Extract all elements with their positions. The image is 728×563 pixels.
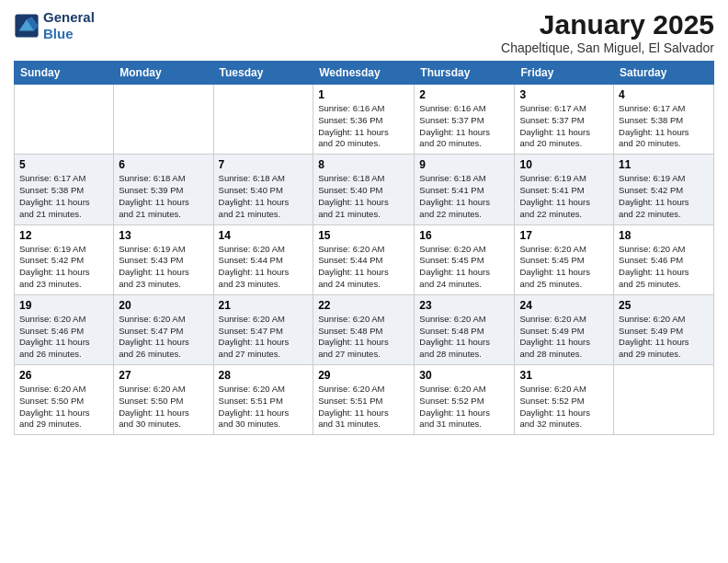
header-thursday: Thursday [415,62,515,85]
calendar-cell: 16Sunrise: 6:20 AM Sunset: 5:45 PM Dayli… [415,224,515,294]
calendar-cell: 26Sunrise: 6:20 AM Sunset: 5:50 PM Dayli… [15,365,114,435]
calendar-cell: 15Sunrise: 6:20 AM Sunset: 5:44 PM Dayli… [313,224,415,294]
day-info: Sunrise: 6:20 AM Sunset: 5:44 PM Dayligh… [219,244,309,291]
calendar-cell [614,365,714,435]
title-block: January 2025 Chapeltique, San Miguel, El… [501,9,714,55]
calendar-week-1: 1Sunrise: 6:16 AM Sunset: 5:36 PM Daylig… [15,85,714,155]
calendar-cell: 6Sunrise: 6:18 AM Sunset: 5:39 PM Daylig… [114,155,213,224]
day-info: Sunrise: 6:20 AM Sunset: 5:50 PM Dayligh… [119,384,208,431]
calendar-cell: 29Sunrise: 6:20 AM Sunset: 5:51 PM Dayli… [313,365,415,435]
calendar-cell: 7Sunrise: 6:18 AM Sunset: 5:40 PM Daylig… [213,155,313,224]
day-info: Sunrise: 6:20 AM Sunset: 5:45 PM Dayligh… [419,244,509,291]
day-number: 16 [419,229,509,242]
calendar-cell: 24Sunrise: 6:20 AM Sunset: 5:49 PM Dayli… [515,294,614,364]
calendar-cell: 2Sunrise: 6:16 AM Sunset: 5:37 PM Daylig… [415,85,515,155]
calendar-cell: 19Sunrise: 6:20 AM Sunset: 5:46 PM Dayli… [15,294,114,364]
day-info: Sunrise: 6:20 AM Sunset: 5:48 PM Dayligh… [318,314,409,361]
day-number: 11 [619,158,709,171]
calendar-cell: 4Sunrise: 6:17 AM Sunset: 5:38 PM Daylig… [614,85,714,155]
day-number: 4 [619,88,709,101]
calendar-cell: 17Sunrise: 6:20 AM Sunset: 5:45 PM Dayli… [515,224,614,294]
day-number: 7 [219,158,309,171]
calendar-cell: 10Sunrise: 6:19 AM Sunset: 5:41 PM Dayli… [515,155,614,224]
logo-icon [14,13,40,39]
header-sunday: Sunday [15,62,114,85]
calendar-cell: 25Sunrise: 6:20 AM Sunset: 5:49 PM Dayli… [614,294,714,364]
header-friday: Friday [515,62,614,85]
day-number: 22 [318,299,409,312]
calendar-cell: 20Sunrise: 6:20 AM Sunset: 5:47 PM Dayli… [114,294,213,364]
day-info: Sunrise: 6:20 AM Sunset: 5:52 PM Dayligh… [419,384,509,431]
day-number: 20 [119,299,208,312]
day-number: 2 [419,88,509,101]
calendar-cell: 28Sunrise: 6:20 AM Sunset: 5:51 PM Dayli… [213,365,313,435]
logo-blue: Blue [43,26,95,42]
day-info: Sunrise: 6:19 AM Sunset: 5:43 PM Dayligh… [119,244,208,291]
day-info: Sunrise: 6:18 AM Sunset: 5:39 PM Dayligh… [119,173,208,220]
header-tuesday: Tuesday [213,62,313,85]
calendar-cell: 31Sunrise: 6:20 AM Sunset: 5:52 PM Dayli… [515,365,614,435]
day-number: 28 [219,369,309,382]
calendar-week-4: 19Sunrise: 6:20 AM Sunset: 5:46 PM Dayli… [15,294,714,364]
day-info: Sunrise: 6:20 AM Sunset: 5:49 PM Dayligh… [519,314,609,361]
calendar-cell: 21Sunrise: 6:20 AM Sunset: 5:47 PM Dayli… [213,294,313,364]
calendar-cell: 1Sunrise: 6:16 AM Sunset: 5:36 PM Daylig… [313,85,415,155]
month-title: January 2025 [501,9,714,40]
calendar-cell [213,85,313,155]
calendar-cell: 27Sunrise: 6:20 AM Sunset: 5:50 PM Dayli… [114,365,213,435]
logo-text: General Blue [43,9,95,42]
day-info: Sunrise: 6:17 AM Sunset: 5:38 PM Dayligh… [19,173,108,220]
day-number: 25 [619,299,709,312]
logo-general: General [43,9,95,26]
day-number: 27 [119,369,208,382]
day-number: 14 [219,229,309,242]
day-number: 18 [619,229,709,242]
day-number: 17 [519,229,609,242]
day-number: 21 [219,299,309,312]
day-info: Sunrise: 6:20 AM Sunset: 5:45 PM Dayligh… [519,244,609,291]
calendar-cell: 12Sunrise: 6:19 AM Sunset: 5:42 PM Dayli… [15,224,114,294]
calendar-week-2: 5Sunrise: 6:17 AM Sunset: 5:38 PM Daylig… [15,155,714,224]
day-number: 3 [519,88,609,101]
day-info: Sunrise: 6:20 AM Sunset: 5:46 PM Dayligh… [619,244,709,291]
calendar-cell [114,85,213,155]
day-number: 5 [19,158,108,171]
header-saturday: Saturday [614,62,714,85]
calendar-cell: 11Sunrise: 6:19 AM Sunset: 5:42 PM Dayli… [614,155,714,224]
day-number: 12 [19,229,108,242]
day-info: Sunrise: 6:19 AM Sunset: 5:42 PM Dayligh… [619,173,709,220]
day-info: Sunrise: 6:18 AM Sunset: 5:40 PM Dayligh… [318,173,409,220]
location-subtitle: Chapeltique, San Miguel, El Salvador [501,40,714,55]
day-info: Sunrise: 6:19 AM Sunset: 5:41 PM Dayligh… [519,173,609,220]
day-info: Sunrise: 6:20 AM Sunset: 5:44 PM Dayligh… [318,244,409,291]
day-number: 6 [119,158,208,171]
day-info: Sunrise: 6:20 AM Sunset: 5:50 PM Dayligh… [19,384,108,431]
day-info: Sunrise: 6:16 AM Sunset: 5:36 PM Dayligh… [318,103,409,150]
calendar-table: Sunday Monday Tuesday Wednesday Thursday… [14,61,714,435]
day-number: 26 [19,369,108,382]
day-number: 30 [419,369,509,382]
day-number: 24 [519,299,609,312]
day-info: Sunrise: 6:18 AM Sunset: 5:41 PM Dayligh… [419,173,509,220]
calendar-cell: 30Sunrise: 6:20 AM Sunset: 5:52 PM Dayli… [415,365,515,435]
calendar-cell: 3Sunrise: 6:17 AM Sunset: 5:37 PM Daylig… [515,85,614,155]
day-info: Sunrise: 6:20 AM Sunset: 5:51 PM Dayligh… [219,384,309,431]
calendar-cell: 23Sunrise: 6:20 AM Sunset: 5:48 PM Dayli… [415,294,515,364]
day-number: 31 [519,369,609,382]
day-info: Sunrise: 6:20 AM Sunset: 5:51 PM Dayligh… [318,384,409,431]
day-number: 29 [318,369,409,382]
calendar-week-3: 12Sunrise: 6:19 AM Sunset: 5:42 PM Dayli… [15,224,714,294]
weekday-header-row: Sunday Monday Tuesday Wednesday Thursday… [15,62,714,85]
calendar-week-5: 26Sunrise: 6:20 AM Sunset: 5:50 PM Dayli… [15,365,714,435]
page: General Blue January 2025 Chapeltique, S… [0,0,728,563]
day-info: Sunrise: 6:18 AM Sunset: 5:40 PM Dayligh… [219,173,309,220]
day-number: 15 [318,229,409,242]
day-info: Sunrise: 6:19 AM Sunset: 5:42 PM Dayligh… [19,244,108,291]
day-number: 1 [318,88,409,101]
header: General Blue January 2025 Chapeltique, S… [14,9,714,55]
day-number: 8 [318,158,409,171]
day-info: Sunrise: 6:20 AM Sunset: 5:49 PM Dayligh… [619,314,709,361]
day-info: Sunrise: 6:17 AM Sunset: 5:38 PM Dayligh… [619,103,709,150]
header-monday: Monday [114,62,213,85]
calendar-cell: 9Sunrise: 6:18 AM Sunset: 5:41 PM Daylig… [415,155,515,224]
